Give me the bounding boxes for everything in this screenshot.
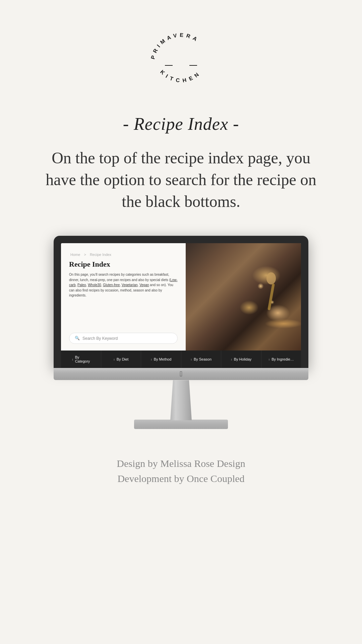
link-vegan[interactable]: Vegan: [139, 283, 149, 287]
footer-line1: Design by Melissa Rose Design: [117, 456, 245, 471]
screen-left-panel: Home > Recipe Index Recipe Index On this…: [61, 243, 186, 351]
screen-nav-bar: ↓ ByCategory ↓ By Diet ↓ By Method ↓ By …: [61, 351, 301, 368]
breadcrumb-current: Recipe Index: [90, 253, 111, 257]
spoon-icon: [258, 270, 278, 314]
imac-chin: : [54, 368, 308, 380]
nav-label-season: By Season: [194, 357, 212, 361]
screen-food-image: [186, 243, 301, 351]
logo-area: PRIMAVERA KITCHEN: [144, 27, 218, 101]
search-label: Search By Keyword: [82, 336, 118, 341]
nav-label-method: By Method: [154, 357, 172, 361]
arrow-holiday: ↓: [231, 358, 232, 361]
svg-point-4: [266, 272, 276, 284]
arrow-method: ↓: [150, 358, 152, 361]
breadcrumb-sep: >: [84, 253, 86, 257]
arrow-season: ↓: [190, 358, 192, 361]
nav-by-ingredient[interactable]: ↓ By Ingredie…: [261, 351, 301, 368]
food-photo: [186, 243, 301, 351]
link-vegetarian[interactable]: Vegetarian: [122, 283, 138, 287]
screen-heading: Recipe Index: [69, 260, 178, 269]
svg-text:KITCHEN: KITCHEN: [159, 69, 202, 83]
svg-text:PRIMAVERA: PRIMAVERA: [150, 32, 200, 60]
screen-body: On this page, you'll search recipes by c…: [69, 272, 178, 328]
logo-circle: PRIMAVERA KITCHEN: [144, 27, 218, 101]
apple-logo-icon: : [180, 370, 182, 378]
imac-screen-bezel: Home > Recipe Index Recipe Index On this…: [54, 236, 308, 368]
search-bar[interactable]: 🔍 Search By Keyword: [69, 333, 178, 344]
nav-by-season[interactable]: ↓ By Season: [181, 351, 222, 368]
nav-label-category: ByCategory: [75, 355, 90, 363]
nav-label-holiday: By Holiday: [234, 357, 252, 361]
imac-stand-neck: [168, 380, 194, 420]
link-paleo[interactable]: Paleo: [77, 283, 86, 287]
screen-content-area: Home > Recipe Index Recipe Index On this…: [61, 243, 301, 351]
arrow-diet: ↓: [113, 358, 115, 361]
svg-rect-5: [267, 283, 275, 310]
nav-label-ingredient: By Ingredie…: [272, 357, 294, 361]
link-whole30[interactable]: Whole30: [88, 283, 101, 287]
imac-stand-base: [134, 420, 228, 429]
imac-mockup: Home > Recipe Index Recipe Index On this…: [54, 236, 308, 429]
nav-label-diet: By Diet: [117, 357, 128, 361]
nav-by-category[interactable]: ↓ ByCategory: [61, 351, 101, 368]
page-title: - Recipe Index -: [123, 114, 239, 134]
arrow-ingredient: ↓: [268, 358, 270, 361]
footer: Design by Melissa Rose Design Developmen…: [117, 456, 245, 486]
arrow-category: ↓: [72, 358, 73, 361]
footer-line2: Development by Once Coupled: [117, 471, 245, 486]
breadcrumb: Home > Recipe Index: [69, 253, 178, 257]
search-icon: 🔍: [75, 336, 80, 341]
link-glutenfree[interactable]: Gluten-free: [103, 283, 120, 287]
nav-by-diet[interactable]: ↓ By Diet: [101, 351, 141, 368]
description-text: On the top of the recipe index page, you…: [44, 147, 318, 212]
nav-by-method[interactable]: ↓ By Method: [141, 351, 181, 368]
imac-screen-inner: Home > Recipe Index Recipe Index On this…: [61, 243, 301, 368]
breadcrumb-home[interactable]: Home: [70, 253, 80, 257]
nav-by-holiday[interactable]: ↓ By Holiday: [221, 351, 261, 368]
